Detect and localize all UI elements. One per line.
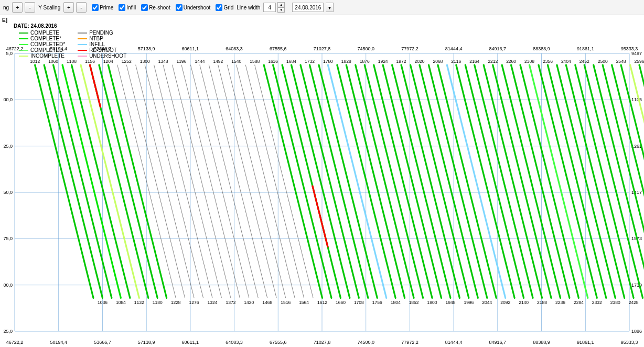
svg-text:9487: 9487 — [631, 51, 642, 56]
legend-label: PENDING — [89, 30, 113, 36]
toolbar: ng + - Y Scaling + - Prime Infill Re-sho… — [0, 0, 644, 15]
svg-text:74500,0: 74500,0 — [357, 46, 374, 51]
infill-checkbox[interactable]: Infill — [119, 4, 136, 11]
svg-text:84916,7: 84916,7 — [489, 46, 507, 51]
svg-text:2068: 2068 — [433, 59, 443, 60]
reshoot-checkbox[interactable]: Re-shoot — [141, 4, 170, 11]
legend-swatch — [19, 38, 28, 39]
svg-text:1924: 1924 — [378, 59, 388, 60]
grid-checkbox[interactable]: Grid — [216, 4, 233, 11]
svg-text:1588: 1588 — [250, 59, 260, 60]
undershoot-checkbox[interactable]: Undershoot — [176, 4, 211, 11]
svg-text:1636: 1636 — [268, 59, 278, 60]
svg-text:1876: 1876 — [360, 59, 370, 60]
linewidth-label: Line width — [235, 5, 261, 10]
svg-text:1444: 1444 — [195, 59, 205, 60]
yscale-plus-button[interactable]: + — [63, 2, 74, 13]
xscale-plus-button[interactable]: + — [12, 2, 23, 13]
svg-text:1828: 1828 — [341, 59, 351, 60]
svg-text:71027,8: 71027,8 — [314, 46, 331, 51]
svg-text:77972,2: 77972,2 — [401, 46, 418, 51]
reshoot-checkbox-input[interactable] — [141, 4, 148, 11]
svg-text:5,0: 5,0 — [6, 51, 13, 56]
legend-item: COMPLETE — [19, 30, 65, 36]
undershoot-checkbox-label: Undershoot — [184, 5, 211, 10]
grid-checkbox-label: Grid — [223, 5, 233, 10]
svg-text:67555,6: 67555,6 — [270, 46, 287, 51]
date-picker-button[interactable]: ▾ — [326, 3, 334, 12]
svg-text:50194,4: 50194,4 — [50, 46, 67, 51]
svg-text:1252: 1252 — [122, 59, 132, 60]
svg-text:2116: 2116 — [451, 59, 461, 60]
svg-text:1156: 1156 — [85, 59, 95, 60]
legend-item: COMPLETE* — [19, 36, 65, 41]
prime-checkbox-input[interactable] — [92, 4, 99, 11]
linewidth-spinner[interactable]: ▲ ▼ — [277, 2, 285, 13]
svg-text:2164: 2164 — [469, 59, 479, 60]
svg-text:1972: 1972 — [396, 59, 406, 60]
yscale-minus-button[interactable]: - — [76, 2, 87, 13]
svg-text:1540: 1540 — [231, 59, 241, 60]
svg-text:57138,9: 57138,9 — [138, 46, 155, 51]
svg-text:2452: 2452 — [579, 59, 589, 60]
linewidth-value[interactable]: 4 — [263, 3, 276, 12]
svg-text:2308: 2308 — [524, 59, 534, 60]
reshoot-checkbox-label: Re-shoot — [149, 5, 170, 10]
svg-text:2260: 2260 — [506, 59, 516, 60]
prime-checkbox[interactable]: Prime — [92, 4, 113, 11]
svg-text:1012: 1012 — [30, 59, 40, 60]
legend-item: NTBP — [78, 36, 126, 41]
xscale-minus-button[interactable]: - — [25, 2, 35, 13]
svg-text:2404: 2404 — [561, 59, 571, 60]
svg-text:1684: 1684 — [286, 59, 296, 60]
legend-swatch — [78, 38, 87, 39]
svg-text:1300: 1300 — [140, 59, 150, 60]
infill-checkbox-input[interactable] — [119, 4, 125, 11]
svg-text:1108: 1108 — [67, 59, 77, 60]
svg-text:2020: 2020 — [415, 59, 425, 60]
calendar-icon: ▾ — [328, 5, 331, 10]
xscaling-label-cut: ng — [2, 5, 10, 10]
title-cut: E] — [2, 17, 640, 23]
svg-text:2596: 2596 — [635, 59, 644, 60]
svg-text:1780: 1780 — [323, 59, 333, 60]
yscaling-label: Y Scaling — [37, 5, 61, 10]
svg-text:1492: 1492 — [213, 59, 223, 60]
linewidth-down-button[interactable]: ▼ — [277, 7, 285, 13]
chart-area[interactable]: 46722,246722,250194,450194,453666,753666… — [0, 43, 644, 60]
grid-checkbox-input[interactable] — [216, 4, 222, 11]
legend-label: COMPLETE — [30, 30, 59, 36]
svg-text:64083,3: 64083,3 — [226, 46, 243, 51]
svg-text:2356: 2356 — [543, 59, 553, 60]
svg-text:2548: 2548 — [616, 59, 626, 60]
legend-swatch — [78, 32, 87, 34]
svg-text:53666,7: 53666,7 — [94, 46, 111, 51]
legend-item: PENDING — [78, 30, 126, 36]
svg-text:88388,9: 88388,9 — [533, 46, 550, 51]
svg-text:1060: 1060 — [48, 59, 58, 60]
svg-text:1396: 1396 — [177, 59, 187, 60]
svg-text:2500: 2500 — [598, 59, 608, 60]
chart-header: E] DATE: 24.08.2016 — [0, 15, 644, 30]
legend-swatch — [19, 32, 28, 34]
chart-date-label: DATE: 24.08.2016 — [14, 23, 640, 29]
date-field[interactable]: 24.08.2016 — [292, 3, 324, 12]
prime-checkbox-label: Prime — [100, 5, 113, 10]
undershoot-checkbox-input[interactable] — [176, 4, 183, 11]
svg-text:91861,1: 91861,1 — [577, 46, 594, 51]
linewidth-up-button[interactable]: ▲ — [277, 2, 285, 7]
legend-label: COMPLETE* — [30, 36, 61, 41]
svg-text:1732: 1732 — [305, 59, 315, 60]
infill-checkbox-label: Infill — [126, 5, 136, 10]
svg-text:2212: 2212 — [488, 59, 498, 60]
svg-text:1348: 1348 — [158, 59, 168, 60]
svg-text:1204: 1204 — [103, 59, 113, 60]
svg-text:81444,4: 81444,4 — [445, 46, 463, 51]
svg-text:60611,1: 60611,1 — [182, 46, 199, 51]
legend-label: NTBP — [89, 36, 103, 41]
